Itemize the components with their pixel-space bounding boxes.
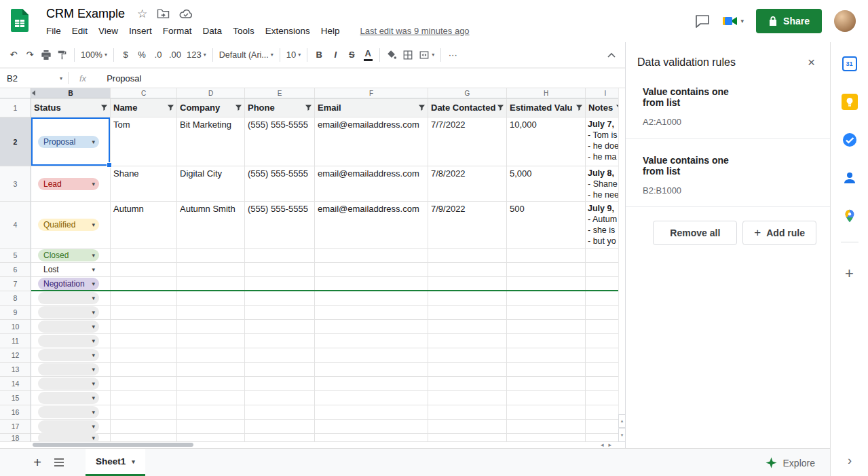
- cell-E8[interactable]: [245, 291, 315, 306]
- last-edit-link[interactable]: Last edit was 9 minutes ago: [360, 26, 469, 36]
- status-chip[interactable]: Lost▾: [38, 263, 99, 276]
- cell-E6[interactable]: [245, 263, 315, 277]
- menu-format[interactable]: Format: [157, 24, 197, 37]
- cloud-saved-icon[interactable]: [179, 8, 193, 19]
- row-header-9[interactable]: 9: [0, 306, 31, 320]
- name-box[interactable]: B2 ▾: [0, 69, 68, 88]
- row-header-2[interactable]: 2: [0, 117, 31, 166]
- cell-F12[interactable]: [315, 348, 428, 363]
- cell-G9[interactable]: [428, 306, 507, 320]
- cell-G5[interactable]: [428, 249, 507, 263]
- row-header-7[interactable]: 7: [0, 277, 31, 291]
- text-color-button[interactable]: A: [360, 46, 376, 64]
- merge-cells-button[interactable]: ▾: [416, 46, 437, 64]
- cell-D7[interactable]: [177, 277, 245, 291]
- cell-G11[interactable]: [428, 334, 507, 348]
- paint-format-button[interactable]: [54, 46, 71, 64]
- header-date-contacted[interactable]: Date Contacted: [428, 98, 507, 117]
- validation-rule-1[interactable]: Value contains one from list A2:A1000: [626, 70, 830, 138]
- cell-H8[interactable]: [507, 291, 586, 306]
- avatar[interactable]: [834, 10, 856, 32]
- cell-B7[interactable]: Negotiation▾: [31, 277, 111, 291]
- cell-F15[interactable]: [315, 391, 428, 405]
- remove-all-button[interactable]: Remove all: [653, 221, 737, 245]
- cell-D6[interactable]: [177, 263, 245, 277]
- present-to-meet-button[interactable]: ▾: [722, 15, 744, 27]
- status-chip[interactable]: ▾: [38, 406, 99, 418]
- cell-G6[interactable]: [428, 263, 507, 277]
- cell-C9[interactable]: [111, 306, 177, 320]
- cell-B12[interactable]: ▾: [31, 348, 111, 363]
- cell-G12[interactable]: [428, 348, 507, 363]
- explore-button[interactable]: Explore: [757, 453, 823, 473]
- cell-B14[interactable]: ▾: [31, 377, 111, 391]
- header-email[interactable]: Email: [315, 98, 428, 117]
- calendar-icon[interactable]: 31: [842, 56, 858, 72]
- header-company[interactable]: Company: [177, 98, 245, 117]
- scroll-down-icon[interactable]: ▾: [618, 428, 625, 442]
- cell-H9[interactable]: [507, 306, 586, 320]
- cell-C17[interactable]: [111, 420, 177, 434]
- status-chip[interactable]: ▾: [38, 321, 99, 333]
- format-percent-button[interactable]: %: [134, 46, 150, 64]
- cell-E2[interactable]: (555) 555-5555: [245, 117, 315, 166]
- header-name[interactable]: Name: [111, 98, 177, 117]
- menu-data[interactable]: Data: [197, 24, 228, 37]
- cell-G3[interactable]: 7/8/2022: [428, 166, 507, 202]
- cell-H10[interactable]: [507, 320, 586, 334]
- cell-G16[interactable]: [428, 405, 507, 420]
- cell-F6[interactable]: [315, 263, 428, 277]
- hide-side-panel-icon[interactable]: ›: [831, 454, 868, 468]
- cell-F5[interactable]: [315, 249, 428, 263]
- cell-G8[interactable]: [428, 291, 507, 306]
- hidden-column-marker[interactable]: [32, 90, 35, 96]
- menu-extensions[interactable]: Extensions: [260, 24, 316, 37]
- cell-D10[interactable]: [177, 320, 245, 334]
- cell-C4[interactable]: Autumn: [111, 202, 177, 249]
- get-addons-icon[interactable]: +: [842, 266, 858, 282]
- cell-G4[interactable]: 7/9/2022: [428, 202, 507, 249]
- row-header-1[interactable]: 1: [0, 98, 31, 117]
- cell-F8[interactable]: [315, 291, 428, 306]
- cell-F13[interactable]: [315, 363, 428, 377]
- row-header-13[interactable]: 13: [0, 363, 31, 377]
- scroll-left-icon[interactable]: ◂: [601, 441, 604, 448]
- keep-icon[interactable]: [842, 94, 858, 110]
- status-chip[interactable]: ▾: [38, 392, 99, 404]
- scroll-up-icon[interactable]: ▴: [618, 414, 625, 428]
- cell-C16[interactable]: [111, 405, 177, 420]
- cell-D14[interactable]: [177, 377, 245, 391]
- cell-E5[interactable]: [245, 249, 315, 263]
- cell-D4[interactable]: Autumn Smith: [177, 202, 245, 249]
- cell-H12[interactable]: [507, 348, 586, 363]
- cell-H16[interactable]: [507, 405, 586, 420]
- all-sheets-icon[interactable]: [50, 454, 68, 471]
- cell-B5[interactable]: Closed▾: [31, 249, 111, 263]
- cell-D9[interactable]: [177, 306, 245, 320]
- cell-E14[interactable]: [245, 377, 315, 391]
- cell-E18[interactable]: [245, 434, 315, 442]
- filter-icon[interactable]: [100, 104, 108, 111]
- increase-decimal-button[interactable]: .00: [166, 46, 184, 64]
- move-folder-icon[interactable]: [157, 8, 170, 19]
- italic-button[interactable]: I: [327, 46, 343, 64]
- row-header-4[interactable]: 4: [0, 202, 31, 249]
- format-currency-button[interactable]: $: [117, 46, 134, 64]
- cell-E12[interactable]: [245, 348, 315, 363]
- cell-D18[interactable]: [177, 434, 245, 442]
- zoom-select[interactable]: 100%▾: [78, 46, 110, 64]
- cell-G10[interactable]: [428, 320, 507, 334]
- status-chip[interactable]: ▾: [38, 378, 99, 390]
- cell-B8[interactable]: ▾: [31, 291, 111, 306]
- cell-H7[interactable]: [507, 277, 586, 291]
- status-chip[interactable]: Qualified▾: [38, 219, 99, 231]
- cell-G2[interactable]: 7/7/2022: [428, 117, 507, 166]
- cell-H17[interactable]: [507, 420, 586, 434]
- scroll-right-icon[interactable]: ▸: [608, 441, 611, 448]
- share-button[interactable]: Share: [756, 9, 822, 33]
- cell-D8[interactable]: [177, 291, 245, 306]
- row-header-12[interactable]: 12: [0, 348, 31, 363]
- document-title[interactable]: CRM Example: [46, 7, 125, 21]
- cell-C8[interactable]: [111, 291, 177, 306]
- add-rule-button[interactable]: + Add rule: [742, 221, 816, 245]
